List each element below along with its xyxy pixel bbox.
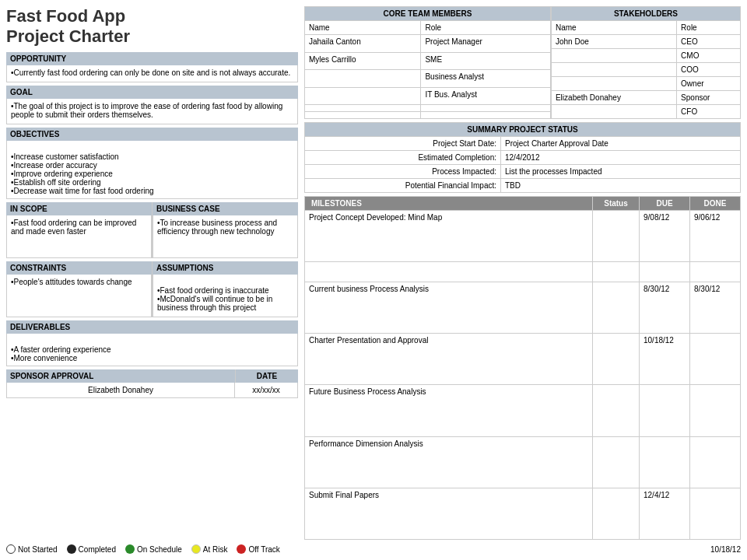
milestone-due (640, 262, 690, 282)
milestone-due: 10/18/12 (640, 334, 690, 385)
objectives-section: OBJECTIVES •Increase customer satisfacti… (6, 128, 298, 199)
stakeholder-name: Elizabeth Donahey (551, 91, 676, 105)
summary-row: Potential Financial Impact:TBD (305, 179, 741, 193)
summary-value: TBD (501, 179, 741, 193)
core-team-table: CORE TEAM MEMBERS Name Role Jahaila Cant… (304, 6, 551, 119)
business-case-header: BUSINESS CASE (153, 202, 298, 215)
constraints-col: CONSTRAINTS •People's attitudes towards … (6, 261, 153, 317)
constraints-assumptions-cols: CONSTRAINTS •People's attitudes towards … (6, 261, 298, 317)
on-schedule-label: On Schedule (137, 545, 182, 554)
summary-row: Process Impacted:List the processes Impa… (305, 165, 741, 179)
summary-value: Project Charter Approval Date (501, 137, 741, 151)
legend-completed: Completed (67, 544, 116, 554)
deliverables-body: •A faster ordering experience •More conv… (6, 334, 298, 366)
in-scope-header: IN SCOPE (6, 202, 152, 215)
scope-business-section: IN SCOPE •Fast food ordering can be impr… (6, 202, 298, 258)
core-team-member-role: IT Bus. Analyst (421, 87, 551, 105)
milestone-due (640, 385, 690, 436)
milestone-row (305, 262, 741, 282)
assumptions-body: •Fast food ordering is inaccurate •McDon… (153, 275, 298, 317)
milestone-status (593, 436, 640, 488)
business-case-body: •To increase business process and effici… (153, 215, 298, 258)
off-track-icon (237, 544, 246, 554)
objectives-body: •Increase customer satisfaction •Increas… (6, 141, 298, 199)
goal-body: •The goal of this project is to improve … (6, 99, 298, 124)
page: Fast Food App Project Charter OPPORTUNIT… (0, 0, 747, 560)
stakeholder-row: CMO (551, 49, 740, 63)
goal-section: GOAL •The goal of this project is to imp… (6, 86, 298, 124)
sponsor-approval-header: SPONSOR APPROVAL (6, 369, 235, 383)
footer: Not Started Completed On Schedule At Ris… (6, 544, 741, 554)
milestone-status (593, 488, 640, 539)
milestone-row: Future Business Process Analysis (305, 385, 741, 436)
milestone-row: Performance Dimension Analysis (305, 436, 741, 488)
milestone-done (690, 436, 741, 488)
scope-business-cols: IN SCOPE •Fast food ordering can be impr… (6, 202, 298, 258)
objectives-header: OBJECTIVES (6, 128, 298, 141)
not-started-icon (6, 544, 16, 554)
sponsor-date-col: DATE (236, 369, 298, 383)
summary-label: Estimated Completion: (305, 151, 501, 165)
stakeholder-row: Elizabeth DonaheySponsor (551, 91, 740, 105)
legend-at-risk: At Risk (191, 544, 228, 554)
stakeholder-name: John Doe (551, 35, 676, 49)
milestones-table: MILESTONES Status DUE DONE Project Conce… (304, 196, 741, 540)
right-panel: CORE TEAM MEMBERS Name Role Jahaila Cant… (304, 6, 741, 540)
core-team-member-name (305, 87, 421, 105)
main-content: Fast Food App Project Charter OPPORTUNIT… (6, 6, 741, 540)
milestone-done: 9/06/12 (690, 211, 741, 262)
core-team-member-role: Project Manager (421, 35, 551, 53)
core-team-member-name (305, 105, 421, 112)
core-team-row: Jahaila CantonProject Manager (305, 35, 551, 53)
constraints-header: CONSTRAINTS (6, 261, 152, 275)
constraints-body: •People's attitudes towards change (6, 275, 152, 317)
sponsor-approval-col: SPONSOR APPROVAL (6, 369, 236, 383)
left-panel: Fast Food App Project Charter OPPORTUNIT… (6, 6, 298, 540)
stakeholder-name (551, 49, 676, 63)
core-team-row (305, 112, 551, 119)
stakeholder-name (551, 77, 676, 91)
milestone-due: 12/4/12 (640, 488, 690, 539)
summary-value: List the processes Impacted (501, 165, 741, 179)
sponsor-date-value: xx/xx/xx (235, 383, 297, 397)
summary-label: Project Start Date: (305, 137, 501, 151)
milestones-col-status: Status (593, 197, 640, 211)
core-team-col-role: Role (421, 21, 551, 35)
milestone-status (593, 282, 640, 333)
milestone-status (593, 262, 640, 282)
milestones-body: Project Concept Developed: Mind Map9/08/… (305, 211, 741, 540)
footer-date: 10/18/12 (710, 545, 741, 554)
milestone-status (593, 211, 640, 262)
core-team-member-role: Business Analyst (421, 70, 551, 88)
assumptions-col: ASSUMPTIONS •Fast food ordering is inacc… (153, 261, 298, 317)
stakeholders-body: John DoeCEOCMOCOOOwnerElizabeth DonaheyS… (551, 35, 740, 119)
core-team-member-role: SME (421, 52, 551, 70)
core-team-member-name: Myles Carrillo (305, 52, 421, 70)
on-schedule-icon (125, 544, 135, 554)
core-team-row (305, 105, 551, 112)
stakeholder-row: COO (551, 63, 740, 77)
opportunity-body: •Currently fast food ordering can only b… (6, 65, 298, 82)
stakeholder-role: CMO (677, 49, 741, 63)
core-team-row: Myles CarrilloSME (305, 52, 551, 70)
core-team-row: IT Bus. Analyst (305, 87, 551, 105)
milestone-row: Current business Process Analysis8/30/12… (305, 282, 741, 333)
milestone-due: 9/08/12 (640, 211, 690, 262)
summary-value: 12/4/2012 (501, 151, 741, 165)
milestone-done (690, 262, 741, 282)
milestone-name: Future Business Process Analysis (305, 385, 593, 436)
stakeholder-role: CEO (677, 35, 741, 49)
core-team-header: CORE TEAM MEMBERS (305, 7, 551, 21)
core-team-member-role (421, 112, 551, 119)
opportunity-header: OPPORTUNITY (6, 52, 298, 65)
team-stakeholders-tables: CORE TEAM MEMBERS Name Role Jahaila Cant… (304, 6, 741, 119)
milestones-col-done: DONE (690, 197, 741, 211)
stakeholder-role: Owner (677, 77, 741, 91)
stakeholder-row: John DoeCEO (551, 35, 740, 49)
summary-body: Project Start Date:Project Charter Appro… (305, 137, 741, 193)
core-team-member-name (305, 112, 421, 119)
stakeholders-col-role: Role (677, 21, 741, 35)
milestone-name (305, 262, 593, 282)
title-block: Fast Food App Project Charter (6, 6, 298, 47)
at-risk-label: At Risk (203, 545, 228, 554)
